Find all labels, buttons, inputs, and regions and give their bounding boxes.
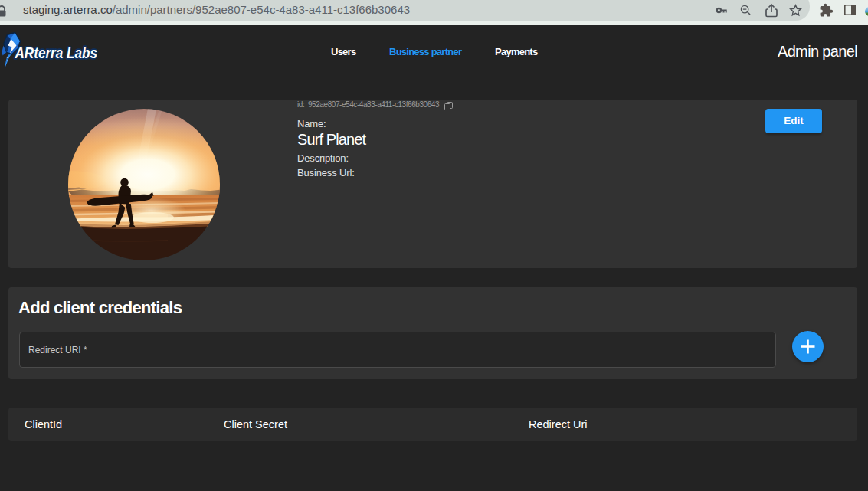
svg-text:ARterra Labs: ARterra Labs	[15, 44, 97, 61]
